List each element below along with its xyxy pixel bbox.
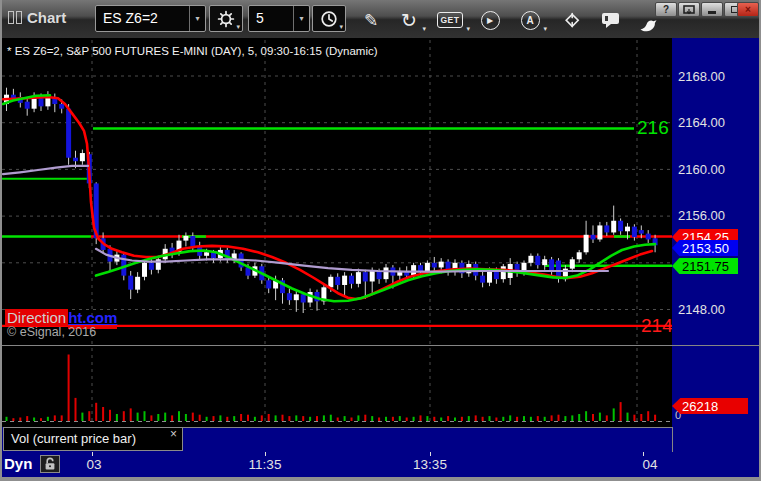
window-border-bottom xyxy=(0,477,761,481)
chart-title: * ES Z6=2, S&P 500 FUTURES E-MINI (DAY),… xyxy=(7,45,378,57)
draw-button[interactable]: ✎ xyxy=(360,8,382,32)
chevron-down-icon: ▾ xyxy=(466,25,470,32)
transfer-button[interactable] xyxy=(561,8,583,32)
chevron-down-icon[interactable]: ▾ xyxy=(293,6,309,31)
minimize-icon xyxy=(708,11,716,14)
reload-button[interactable]: ↻ ▾ xyxy=(398,8,420,32)
time-axis[interactable]: Dyn 03 11:35 13:35 04 xyxy=(2,452,759,477)
gear-icon xyxy=(216,9,236,29)
dynamic-mode-label[interactable]: Dyn xyxy=(4,455,32,472)
get-icon: GET xyxy=(437,12,464,28)
chevron-down-icon: ▾ xyxy=(422,25,426,32)
dock-button[interactable] xyxy=(678,2,700,17)
watermark-left: Direction xyxy=(5,309,68,326)
time-axis-label: 04 xyxy=(642,457,657,472)
lower-level-label: 214 xyxy=(641,315,673,337)
dock-window-icon xyxy=(683,5,695,15)
interval-combo[interactable]: 5 ▾ xyxy=(248,5,310,32)
price-axis[interactable]: 2168.00 2164.00 2160.00 2156.00 2148.00 … xyxy=(672,38,759,452)
twitter-bird-icon xyxy=(639,16,659,33)
question-icon: ? xyxy=(663,5,669,15)
price-axis-label: 2160.00 xyxy=(678,162,725,177)
lock-icon xyxy=(44,457,56,471)
chevron-down-icon: ▾ xyxy=(543,25,547,32)
time-template-button[interactable]: ▾ xyxy=(312,5,346,32)
price-tag-level: 2151.75 xyxy=(672,258,738,274)
close-button[interactable]: × xyxy=(737,2,759,17)
replay-button[interactable]: ▶ xyxy=(479,8,501,32)
swap-diamond-icon xyxy=(562,10,582,30)
pane-separator[interactable] xyxy=(0,345,761,346)
volume-tab-label: Vol (current price bar) xyxy=(11,431,136,446)
help-button[interactable]: ? xyxy=(655,2,677,17)
refresh-icon: ↻ xyxy=(401,11,417,30)
play-icon: ▶ xyxy=(481,11,500,30)
pencil-icon: ✎ xyxy=(364,12,378,29)
symbol-settings-button[interactable]: ▾ xyxy=(209,5,243,32)
comment-button[interactable] xyxy=(599,8,623,32)
chevron-down-icon: ▾ xyxy=(339,23,343,30)
volume-tag: 26218 xyxy=(672,398,748,414)
watermark: Directionht.com xyxy=(5,309,117,326)
upper-level-label: 216 xyxy=(637,117,669,139)
time-axis-label: 13:35 xyxy=(413,457,447,472)
lock-button[interactable] xyxy=(40,455,60,473)
symbol-value: ES Z6=2 xyxy=(96,6,189,31)
window-border-left xyxy=(0,0,2,481)
time-tick xyxy=(265,452,266,456)
get-data-button[interactable]: GET ▾ xyxy=(436,8,464,32)
price-axis-label: 2156.00 xyxy=(678,208,725,223)
auto-trade-button[interactable]: A ▾ xyxy=(519,8,541,32)
symbol-combo[interactable]: ES Z6=2 ▾ xyxy=(95,5,206,32)
price-tag-last: 2153.50 xyxy=(672,240,738,256)
toolbar: Chart ES Z6=2 ▾ ▾ 5 ▾ ▾ ✎ xyxy=(0,0,761,38)
time-tick xyxy=(430,452,431,456)
price-axis-label: 2168.00 xyxy=(678,69,725,84)
minimize-button[interactable] xyxy=(701,2,723,17)
time-axis-label: 03 xyxy=(86,457,101,472)
price-axis-label: 2148.00 xyxy=(678,302,725,317)
time-axis-label: 11:35 xyxy=(249,457,282,472)
window-menu-icon[interactable] xyxy=(8,11,22,24)
time-tick xyxy=(643,452,644,456)
chevron-down-icon: ▾ xyxy=(236,23,240,30)
window-title: Chart xyxy=(27,9,66,26)
close-icon: × xyxy=(745,5,751,15)
close-study-icon[interactable]: × xyxy=(170,428,177,441)
tab-row-border-right xyxy=(672,427,673,452)
time-tick xyxy=(92,452,93,456)
volume-study-tab[interactable]: Vol (current price bar) × xyxy=(3,427,183,451)
chart-window: Chart ES Z6=2 ▾ ▾ 5 ▾ ▾ ✎ xyxy=(0,0,761,481)
chevron-down-icon[interactable]: ▾ xyxy=(189,6,205,31)
copyright-text: © eSignal, 2016 xyxy=(7,325,96,339)
a-circle-icon: A xyxy=(521,11,540,30)
clock-icon xyxy=(319,9,339,29)
speech-bubble-icon xyxy=(600,10,622,30)
price-axis-label: 2164.00 xyxy=(678,115,725,130)
interval-value: 5 xyxy=(249,6,293,31)
tab-row-border xyxy=(183,427,672,428)
chart-canvas[interactable] xyxy=(0,38,672,452)
